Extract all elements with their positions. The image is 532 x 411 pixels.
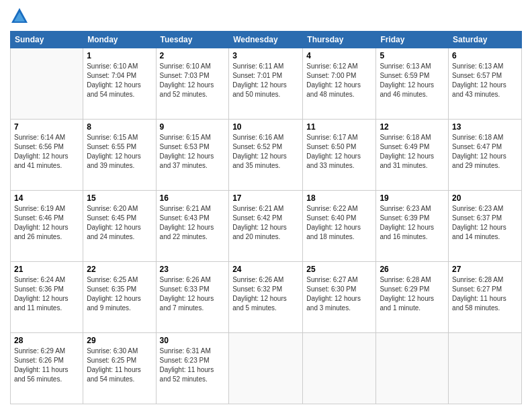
day-cell [303, 333, 376, 404]
day-number: 28 [14, 336, 79, 345]
day-cell: 12Sunrise: 6:18 AMSunset: 6:49 PMDayligh… [376, 120, 449, 191]
day-info: Sunrise: 6:27 AMSunset: 6:30 PMDaylight:… [306, 275, 372, 313]
day-number: 21 [14, 265, 79, 274]
day-number: 19 [380, 193, 445, 203]
dow-header-thursday: Thursday [303, 32, 376, 48]
day-cell: 15Sunrise: 6:20 AMSunset: 6:45 PMDayligh… [83, 191, 156, 262]
day-cell: 19Sunrise: 6:23 AMSunset: 6:39 PMDayligh… [376, 191, 449, 262]
day-number: 11 [306, 122, 372, 132]
day-number: 5 [380, 51, 445, 60]
day-cell: 30Sunrise: 6:31 AMSunset: 6:23 PMDayligh… [156, 333, 229, 404]
day-number: 23 [160, 265, 226, 274]
day-number: 6 [452, 51, 518, 60]
dow-header-sunday: Sunday [11, 32, 83, 48]
day-cell [11, 48, 83, 120]
dow-header-wednesday: Wednesday [229, 32, 303, 48]
calendar-body: 1Sunrise: 6:10 AMSunset: 7:04 PMDaylight… [11, 48, 522, 404]
day-cell [229, 333, 303, 404]
day-number: 25 [306, 265, 372, 274]
day-cell: 20Sunrise: 6:23 AMSunset: 6:37 PMDayligh… [449, 191, 522, 262]
day-info: Sunrise: 6:19 AMSunset: 6:46 PMDaylight:… [14, 204, 79, 242]
day-cell: 2Sunrise: 6:10 AMSunset: 7:03 PMDaylight… [156, 48, 229, 120]
day-info: Sunrise: 6:13 AMSunset: 6:57 PMDaylight:… [452, 62, 518, 99]
day-cell [449, 333, 522, 404]
day-cell: 22Sunrise: 6:25 AMSunset: 6:35 PMDayligh… [83, 262, 156, 333]
day-info: Sunrise: 6:23 AMSunset: 6:37 PMDaylight:… [452, 204, 518, 242]
day-number: 10 [232, 122, 299, 132]
day-cell: 21Sunrise: 6:24 AMSunset: 6:36 PMDayligh… [11, 262, 83, 333]
day-info: Sunrise: 6:29 AMSunset: 6:26 PMDaylight:… [14, 347, 79, 384]
week-row-3: 14Sunrise: 6:19 AMSunset: 6:46 PMDayligh… [11, 191, 522, 262]
day-number: 15 [87, 193, 152, 203]
day-number: 30 [160, 336, 226, 345]
day-info: Sunrise: 6:22 AMSunset: 6:40 PMDaylight:… [306, 204, 372, 242]
day-number: 20 [452, 193, 518, 203]
day-cell: 13Sunrise: 6:18 AMSunset: 6:47 PMDayligh… [449, 120, 522, 191]
day-number: 27 [452, 265, 518, 274]
day-cell: 29Sunrise: 6:30 AMSunset: 6:25 PMDayligh… [83, 333, 156, 404]
day-info: Sunrise: 6:31 AMSunset: 6:23 PMDaylight:… [160, 347, 226, 384]
day-info: Sunrise: 6:21 AMSunset: 6:42 PMDaylight:… [232, 204, 299, 242]
day-number: 9 [160, 122, 226, 132]
day-info: Sunrise: 6:21 AMSunset: 6:43 PMDaylight:… [160, 204, 226, 242]
day-info: Sunrise: 6:11 AMSunset: 7:01 PMDaylight:… [232, 62, 299, 99]
header [10, 7, 522, 26]
day-cell: 4Sunrise: 6:12 AMSunset: 7:00 PMDaylight… [303, 48, 376, 120]
day-info: Sunrise: 6:13 AMSunset: 6:59 PMDaylight:… [380, 62, 445, 99]
day-info: Sunrise: 6:14 AMSunset: 6:56 PMDaylight:… [14, 133, 79, 171]
day-info: Sunrise: 6:20 AMSunset: 6:45 PMDaylight:… [87, 204, 152, 242]
day-info: Sunrise: 6:30 AMSunset: 6:25 PMDaylight:… [87, 347, 152, 384]
day-cell: 7Sunrise: 6:14 AMSunset: 6:56 PMDaylight… [11, 120, 83, 191]
day-cell: 3Sunrise: 6:11 AMSunset: 7:01 PMDaylight… [229, 48, 303, 120]
day-info: Sunrise: 6:15 AMSunset: 6:55 PMDaylight:… [87, 133, 152, 171]
day-number: 16 [160, 193, 226, 203]
page: SundayMondayTuesdayWednesdayThursdayFrid… [0, 0, 532, 411]
day-info: Sunrise: 6:15 AMSunset: 6:53 PMDaylight:… [160, 133, 226, 171]
day-cell: 26Sunrise: 6:28 AMSunset: 6:29 PMDayligh… [376, 262, 449, 333]
day-number: 3 [232, 51, 299, 60]
day-number: 17 [232, 193, 299, 203]
day-info: Sunrise: 6:23 AMSunset: 6:39 PMDaylight:… [380, 204, 445, 242]
day-cell: 24Sunrise: 6:26 AMSunset: 6:32 PMDayligh… [229, 262, 303, 333]
day-number: 14 [14, 193, 79, 203]
day-number: 12 [380, 122, 445, 132]
day-info: Sunrise: 6:26 AMSunset: 6:33 PMDaylight:… [160, 275, 226, 313]
dow-header-saturday: Saturday [449, 32, 522, 48]
logo [10, 7, 32, 26]
day-number: 29 [87, 336, 152, 345]
day-cell: 10Sunrise: 6:16 AMSunset: 6:52 PMDayligh… [229, 120, 303, 191]
day-info: Sunrise: 6:28 AMSunset: 6:29 PMDaylight:… [380, 275, 445, 313]
day-cell: 27Sunrise: 6:28 AMSunset: 6:27 PMDayligh… [449, 262, 522, 333]
day-of-week-row: SundayMondayTuesdayWednesdayThursdayFrid… [11, 32, 522, 48]
day-number: 26 [380, 265, 445, 274]
day-cell: 11Sunrise: 6:17 AMSunset: 6:50 PMDayligh… [303, 120, 376, 191]
day-number: 2 [160, 51, 226, 60]
day-number: 18 [306, 193, 372, 203]
day-info: Sunrise: 6:26 AMSunset: 6:32 PMDaylight:… [232, 275, 299, 313]
dow-header-friday: Friday [376, 32, 449, 48]
logo-icon [10, 7, 29, 26]
day-cell: 5Sunrise: 6:13 AMSunset: 6:59 PMDaylight… [376, 48, 449, 120]
week-row-1: 1Sunrise: 6:10 AMSunset: 7:04 PMDaylight… [11, 48, 522, 120]
day-number: 24 [232, 265, 299, 274]
day-cell: 28Sunrise: 6:29 AMSunset: 6:26 PMDayligh… [11, 333, 83, 404]
day-cell: 8Sunrise: 6:15 AMSunset: 6:55 PMDaylight… [83, 120, 156, 191]
day-cell: 1Sunrise: 6:10 AMSunset: 7:04 PMDaylight… [83, 48, 156, 120]
day-info: Sunrise: 6:16 AMSunset: 6:52 PMDaylight:… [232, 133, 299, 171]
day-number: 7 [14, 122, 79, 132]
day-info: Sunrise: 6:25 AMSunset: 6:35 PMDaylight:… [87, 275, 152, 313]
week-row-5: 28Sunrise: 6:29 AMSunset: 6:26 PMDayligh… [11, 333, 522, 404]
day-number: 1 [87, 51, 152, 60]
day-info: Sunrise: 6:17 AMSunset: 6:50 PMDaylight:… [306, 133, 372, 171]
dow-header-tuesday: Tuesday [156, 32, 229, 48]
calendar-table: SundayMondayTuesdayWednesdayThursdayFrid… [10, 31, 522, 404]
day-number: 8 [87, 122, 152, 132]
day-number: 4 [306, 51, 372, 60]
week-row-4: 21Sunrise: 6:24 AMSunset: 6:36 PMDayligh… [11, 262, 522, 333]
day-info: Sunrise: 6:18 AMSunset: 6:47 PMDaylight:… [452, 133, 518, 171]
day-info: Sunrise: 6:10 AMSunset: 7:04 PMDaylight:… [87, 62, 152, 99]
day-cell: 17Sunrise: 6:21 AMSunset: 6:42 PMDayligh… [229, 191, 303, 262]
day-cell: 23Sunrise: 6:26 AMSunset: 6:33 PMDayligh… [156, 262, 229, 333]
day-cell: 9Sunrise: 6:15 AMSunset: 6:53 PMDaylight… [156, 120, 229, 191]
day-cell: 16Sunrise: 6:21 AMSunset: 6:43 PMDayligh… [156, 191, 229, 262]
